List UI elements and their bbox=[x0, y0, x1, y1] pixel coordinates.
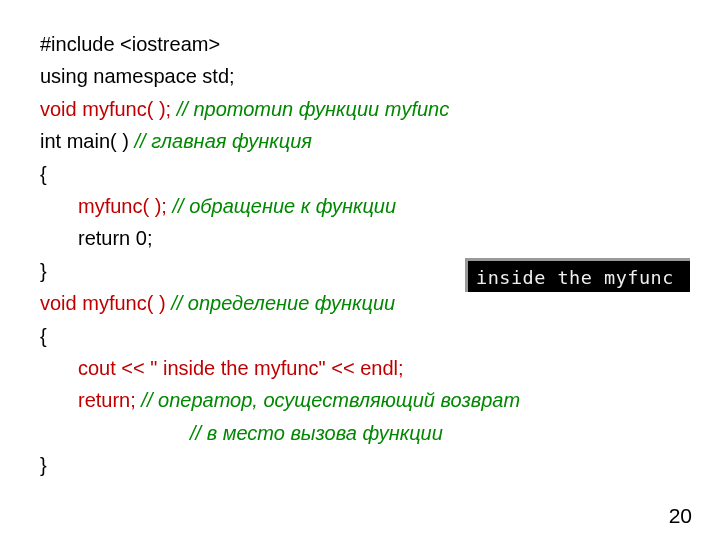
code-line: #include <iostream> bbox=[40, 28, 680, 60]
code-block: #include <iostream> using namespace std;… bbox=[0, 0, 720, 481]
comment: // обращение к функции bbox=[167, 195, 396, 217]
console-text: inside the myfunc bbox=[476, 267, 674, 288]
code: { bbox=[40, 163, 47, 185]
code: return 0; bbox=[78, 227, 152, 249]
code-line: cout << " inside the myfunc" << endl; bbox=[78, 352, 680, 384]
code: { bbox=[40, 325, 47, 347]
code-line: myfunc( ); // обращение к функции bbox=[78, 190, 680, 222]
code-line: return 0; bbox=[78, 222, 680, 254]
comment: // прототип функции myfunc bbox=[171, 98, 449, 120]
code-line: using namespace std; bbox=[40, 60, 680, 92]
code-line: { bbox=[40, 158, 680, 190]
code: } bbox=[40, 260, 47, 282]
comment: // определение функции bbox=[171, 292, 395, 314]
code: using namespace std; bbox=[40, 65, 235, 87]
code-line: // в место вызова функции bbox=[190, 417, 680, 449]
comment: // в место вызова функции bbox=[190, 422, 443, 444]
code-line: void myfunc( ); // прототип функции myfu… bbox=[40, 93, 680, 125]
code-red: myfunc( ); bbox=[78, 195, 167, 217]
code-red: cout << " inside the myfunc" << endl; bbox=[78, 357, 404, 379]
page-number: 20 bbox=[669, 504, 692, 528]
comment: // оператор, осуществляющий возврат bbox=[136, 389, 520, 411]
code-line: { bbox=[40, 320, 680, 352]
code: #include <iostream> bbox=[40, 33, 220, 55]
code-red: void myfunc( ) bbox=[40, 292, 171, 314]
code-line: return; // оператор, осуществляющий возв… bbox=[78, 384, 680, 416]
code-line: } bbox=[40, 449, 680, 481]
code-red: return; bbox=[78, 389, 136, 411]
code-red: void myfunc( ); bbox=[40, 98, 171, 120]
code: int main( ) bbox=[40, 130, 134, 152]
code-line: int main( ) // главная функция bbox=[40, 125, 680, 157]
code: } bbox=[40, 454, 47, 476]
comment: // главная функция bbox=[134, 130, 311, 152]
console-output: inside the myfunc bbox=[465, 258, 690, 292]
